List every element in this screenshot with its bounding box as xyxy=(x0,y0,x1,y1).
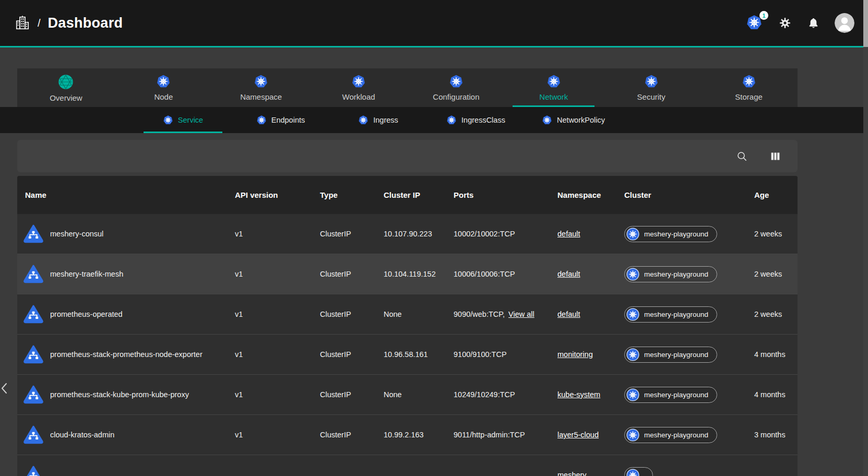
main-tab-configuration[interactable]: Configuration xyxy=(408,68,505,107)
main-tab-label: Configuration xyxy=(433,92,479,101)
main-tab-network[interactable]: Network xyxy=(505,68,602,107)
table-header-row: NameAPI versionTypeCluster IPPortsNamesp… xyxy=(17,176,798,214)
main-tab-label: Namespace xyxy=(240,92,282,101)
main-tab-overview[interactable]: Overview xyxy=(17,68,115,107)
sub-tab-label: Endpoints xyxy=(271,116,305,124)
sub-tab-ingressclass[interactable]: IngressClass xyxy=(427,107,525,133)
age: 2 weeks xyxy=(754,230,798,238)
table-row[interactable]: meshery xyxy=(17,455,798,476)
service-resource-icon xyxy=(23,344,44,365)
kubernetes-context-button[interactable]: 1 xyxy=(746,14,764,32)
ports: 9100/9100:TCP xyxy=(454,350,507,359)
settings-gear-icon[interactable] xyxy=(778,16,792,30)
service-name: cloud-kratos-admin xyxy=(50,431,114,439)
cluster-ip: None xyxy=(384,310,454,318)
main-tab-label: Node xyxy=(154,92,173,101)
cluster-chip[interactable]: meshery-playground xyxy=(624,226,717,242)
column-header-cluster: Cluster xyxy=(624,191,754,199)
table-row[interactable]: prometheus-stack-kube-prom-kube-proxy v1… xyxy=(17,375,798,415)
meshery-icon xyxy=(58,74,74,90)
organization-building-icon[interactable] xyxy=(14,14,31,32)
kubernetes-icon xyxy=(626,388,639,401)
main-tab-label: Security xyxy=(637,92,665,101)
ports: 10249/10249:TCP xyxy=(454,390,515,399)
column-header-ports: Ports xyxy=(454,191,557,199)
service-name: meshery-traefik-mesh xyxy=(50,270,123,278)
header-actions: 1 xyxy=(746,13,854,33)
namespace-link[interactable]: layer5-cloud xyxy=(557,431,599,439)
kubernetes-icon xyxy=(449,74,463,89)
scrollbar-thumb[interactable] xyxy=(863,0,868,47)
kubernetes-icon xyxy=(256,115,267,125)
cluster-name: meshery-playground xyxy=(644,431,708,439)
namespace-link[interactable]: meshery xyxy=(557,471,587,476)
main-tab-workload[interactable]: Workload xyxy=(310,68,408,107)
namespace-link[interactable]: monitoring xyxy=(557,350,593,359)
main-tab-node[interactable]: Node xyxy=(115,68,212,107)
cluster-chip[interactable]: meshery-playground xyxy=(624,347,717,363)
table-toolbar xyxy=(17,140,798,172)
sub-tab-service[interactable]: Service xyxy=(134,107,232,133)
sub-tab-ingress[interactable]: Ingress xyxy=(329,107,427,133)
cluster-ip: 10.107.90.223 xyxy=(384,230,454,238)
ports: 10002/10002:TCP xyxy=(454,230,515,238)
user-avatar[interactable] xyxy=(835,13,854,33)
sub-tab-endpoints[interactable]: Endpoints xyxy=(232,107,329,133)
table-row[interactable]: meshery-consul v1 ClusterIP 10.107.90.22… xyxy=(17,214,798,254)
main-tab-storage[interactable]: Storage xyxy=(700,68,798,107)
namespace-link[interactable]: default xyxy=(557,270,580,278)
cluster-chip[interactable] xyxy=(624,467,653,476)
main-tab-label: Storage xyxy=(735,92,763,101)
kubernetes-icon xyxy=(742,74,756,89)
sub-tab-networkpolicy[interactable]: NetworkPolicy xyxy=(525,107,622,133)
cluster-name: meshery-playground xyxy=(644,391,708,399)
kubernetes-icon xyxy=(156,74,171,89)
kubernetes-icon xyxy=(626,308,639,321)
column-header-age: Age xyxy=(754,191,798,199)
main-tab-security[interactable]: Security xyxy=(602,68,700,107)
column-header-api-version: API version xyxy=(235,191,320,199)
cluster-chip[interactable]: meshery-playground xyxy=(624,427,717,443)
main-tab-label: Network xyxy=(539,92,568,101)
view-all-ports-link[interactable]: View all xyxy=(508,310,534,318)
kubernetes-icon xyxy=(163,115,173,125)
service-resource-icon xyxy=(23,304,44,325)
cluster-name: meshery-playground xyxy=(644,270,708,278)
search-icon[interactable] xyxy=(735,149,748,163)
cluster-ip: 10.99.2.163 xyxy=(384,431,454,439)
table-row[interactable]: meshery-traefik-mesh v1 ClusterIP 10.104… xyxy=(17,254,798,294)
cluster-name: meshery-playground xyxy=(644,351,708,359)
accent-divider xyxy=(0,46,868,47)
api-version: v1 xyxy=(235,230,320,238)
service-type: ClusterIP xyxy=(320,431,384,439)
main-tab-label: Overview xyxy=(50,93,82,102)
cluster-ip: 10.96.58.161 xyxy=(384,350,454,359)
cluster-chip[interactable]: meshery-playground xyxy=(624,306,717,323)
main-tab-namespace[interactable]: Namespace xyxy=(212,68,310,107)
view-columns-icon[interactable] xyxy=(768,149,782,163)
api-version: v1 xyxy=(235,390,320,399)
page-title: Dashboard xyxy=(48,15,123,31)
service-type: ClusterIP xyxy=(320,230,384,238)
namespace-link[interactable]: default xyxy=(557,310,580,318)
service-type: ClusterIP xyxy=(320,390,384,399)
cluster-chip[interactable]: meshery-playground xyxy=(624,387,717,403)
services-table: NameAPI versionTypeCluster IPPortsNamesp… xyxy=(17,176,798,476)
cluster-chip[interactable]: meshery-playground xyxy=(624,266,717,282)
notifications-bell-icon[interactable] xyxy=(806,16,820,30)
kubernetes-icon xyxy=(351,74,366,89)
network-sub-tabs: Service Endpoints Ingress IngressClass N… xyxy=(0,107,868,133)
namespace-link[interactable]: default xyxy=(557,230,580,238)
table-row[interactable]: prometheus-stack-prometheus-node-exporte… xyxy=(17,335,798,375)
column-header-name: Name xyxy=(17,191,235,199)
main-tab-label: Workload xyxy=(342,92,375,101)
table-row[interactable]: cloud-kratos-admin v1 ClusterIP 10.99.2.… xyxy=(17,415,798,455)
collapse-drawer-chevron-left-icon[interactable] xyxy=(0,380,11,396)
service-name: prometheus-stack-prometheus-node-exporte… xyxy=(50,350,203,359)
resource-tabs: Overview Node Namespace Workload Configu… xyxy=(17,68,798,107)
namespace-link[interactable]: kube-system xyxy=(557,390,600,399)
table-row[interactable]: prometheus-operated v1 ClusterIP None 90… xyxy=(17,294,798,335)
app-header: / Dashboard 1 xyxy=(0,0,868,46)
kubernetes-icon xyxy=(626,268,639,281)
sub-tab-label: IngressClass xyxy=(461,116,505,124)
